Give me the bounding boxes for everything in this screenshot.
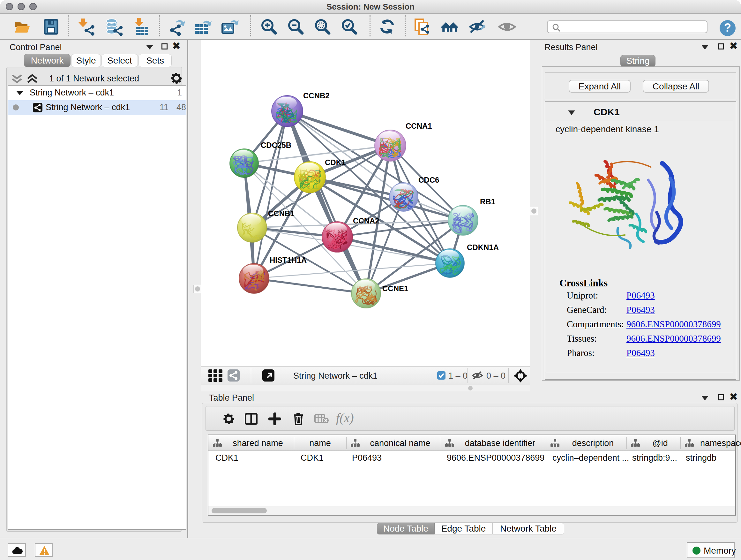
svg-text:CDK1: CDK1 (325, 158, 346, 167)
svg-text:HIST1H1A: HIST1H1A (270, 256, 307, 264)
svg-text:CDC6: CDC6 (418, 176, 439, 184)
svg-text:CCNA1: CCNA1 (406, 122, 432, 130)
svg-text:RB1: RB1 (480, 197, 495, 206)
svg-text:CCNB1: CCNB1 (268, 209, 294, 218)
svg-text:CDC25B: CDC25B (261, 141, 291, 149)
svg-text:CCNA2: CCNA2 (353, 216, 380, 225)
svg-text:CCNB2: CCNB2 (303, 91, 330, 100)
svg-text:CDKN1A: CDKN1A (467, 243, 499, 252)
svg-text:CCNE1: CCNE1 (382, 284, 408, 293)
